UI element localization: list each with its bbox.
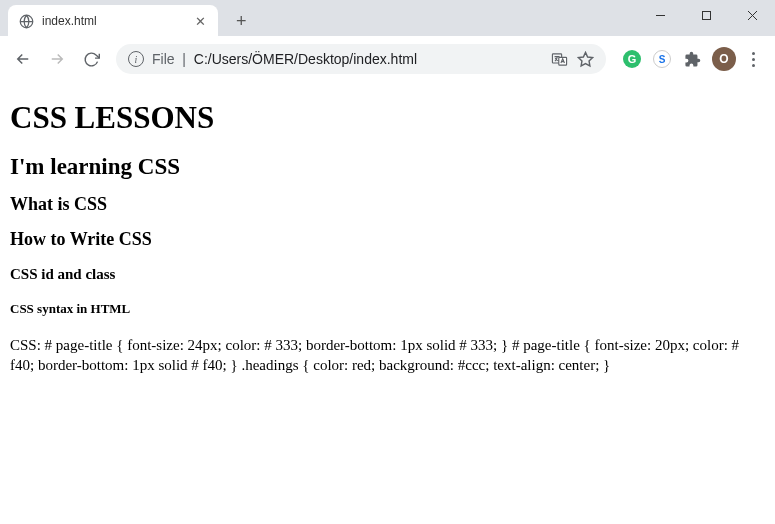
globe-icon — [18, 13, 34, 29]
minimize-button[interactable] — [637, 0, 683, 30]
heading-5a: CSS id and class — [10, 266, 765, 283]
url-text: File | C:/Users/ÖMER/Desktop/index.html — [152, 51, 542, 67]
maximize-button[interactable] — [683, 0, 729, 30]
heading-3: What is CSS — [10, 194, 765, 215]
extensions-puzzle-icon[interactable] — [682, 49, 702, 69]
reload-button[interactable] — [76, 44, 106, 74]
browser-chrome: index.html ✕ + i File — [0, 0, 775, 82]
translate-icon[interactable] — [550, 50, 568, 68]
browser-tab[interactable]: index.html ✕ — [8, 5, 218, 37]
heading-5b: CSS syntax in HTML — [10, 301, 765, 317]
new-tab-button[interactable]: + — [228, 7, 255, 36]
body-paragraph: CSS: # page-title { font-size: 24px; col… — [10, 335, 765, 376]
close-window-button[interactable] — [729, 0, 775, 30]
heading-4: How to Write CSS — [10, 229, 765, 250]
extension-icon-1[interactable]: G — [622, 49, 642, 69]
kebab-menu-icon[interactable] — [746, 46, 761, 73]
page-title: CSS LESSONS — [10, 100, 765, 136]
star-icon[interactable] — [576, 50, 594, 68]
svg-marker-7 — [578, 52, 592, 65]
forward-button[interactable] — [42, 44, 72, 74]
close-tab-icon[interactable]: ✕ — [193, 12, 208, 31]
profile-avatar[interactable]: O — [712, 47, 736, 71]
window-controls — [637, 0, 775, 30]
toolbar: i File | C:/Users/ÖMER/Desktop/index.htm… — [0, 36, 775, 82]
svg-rect-2 — [702, 11, 710, 19]
avatar-letter: O — [719, 52, 728, 66]
page-content: CSS LESSONS I'm learning CSS What is CSS… — [0, 82, 775, 396]
extension-icon-2[interactable]: S — [652, 49, 672, 69]
title-bar: index.html ✕ + — [0, 0, 775, 36]
back-button[interactable] — [8, 44, 38, 74]
address-bar[interactable]: i File | C:/Users/ÖMER/Desktop/index.htm… — [116, 44, 606, 74]
tab-title: index.html — [42, 14, 185, 28]
extension-icons: G S O — [616, 46, 767, 73]
heading-2: I'm learning CSS — [10, 154, 765, 180]
info-icon[interactable]: i — [128, 51, 144, 67]
